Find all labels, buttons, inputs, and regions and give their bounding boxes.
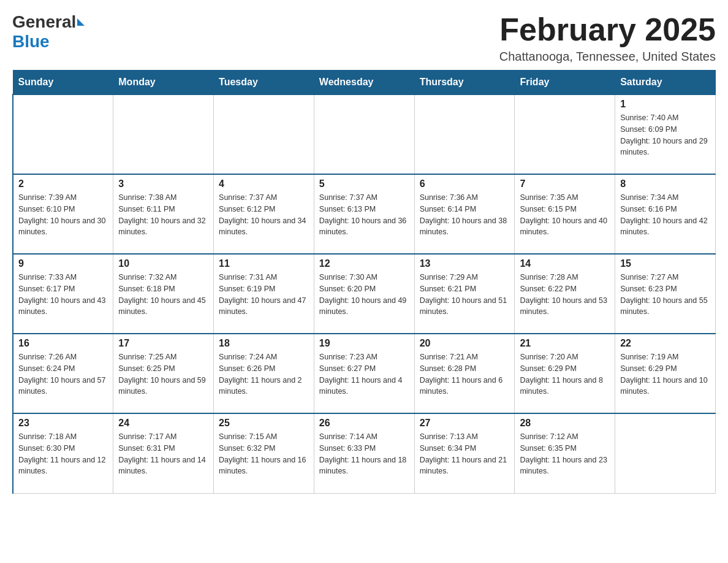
calendar-cell-w1-d6: [515, 94, 615, 174]
header-wednesday: Wednesday: [314, 71, 414, 95]
header-sunday: Sunday: [13, 71, 113, 95]
day-info: Sunrise: 7:13 AMSunset: 6:34 PMDaylight:…: [420, 431, 510, 477]
logo-blue-text: Blue: [12, 32, 50, 52]
day-number: 11: [219, 258, 309, 269]
logo-general-text: General: [12, 12, 76, 32]
day-info: Sunrise: 7:29 AMSunset: 6:21 PMDaylight:…: [420, 272, 510, 318]
header-row: Sunday Monday Tuesday Wednesday Thursday…: [13, 71, 716, 95]
calendar-cell-w1-d4: [314, 94, 414, 174]
calendar-cell-w5-d4: 26Sunrise: 7:14 AMSunset: 6:33 PMDayligh…: [314, 413, 414, 493]
day-number: 19: [319, 338, 409, 349]
day-info: Sunrise: 7:14 AMSunset: 6:33 PMDaylight:…: [319, 431, 409, 477]
day-info: Sunrise: 7:23 AMSunset: 6:27 PMDaylight:…: [319, 351, 409, 397]
day-info: Sunrise: 7:25 AMSunset: 6:25 PMDaylight:…: [118, 351, 208, 397]
header-tuesday: Tuesday: [214, 71, 314, 95]
day-info: Sunrise: 7:33 AMSunset: 6:17 PMDaylight:…: [18, 272, 108, 318]
calendar-cell-w2-d2: 3Sunrise: 7:38 AMSunset: 6:11 PMDaylight…: [113, 174, 214, 254]
header-saturday: Saturday: [615, 71, 716, 95]
day-number: 2: [18, 178, 108, 190]
day-info: Sunrise: 7:26 AMSunset: 6:24 PMDaylight:…: [18, 351, 108, 397]
calendar-cell-w3-d3: 11Sunrise: 7:31 AMSunset: 6:19 PMDayligh…: [214, 254, 314, 334]
calendar-cell-w2-d5: 6Sunrise: 7:36 AMSunset: 6:14 PMDaylight…: [414, 174, 515, 254]
week-row-1: 1Sunrise: 7:40 AMSunset: 6:09 PMDaylight…: [13, 94, 716, 174]
day-number: 16: [18, 338, 108, 349]
calendar-cell-w1-d3: [214, 94, 314, 174]
calendar-cell-w4-d7: 22Sunrise: 7:19 AMSunset: 6:29 PMDayligh…: [615, 334, 716, 413]
calendar-cell-w2-d3: 4Sunrise: 7:37 AMSunset: 6:12 PMDaylight…: [214, 174, 314, 254]
title-area: February 2025 Chattanooga, Tennessee, Un…: [499, 12, 716, 64]
calendar-cell-w5-d6: 28Sunrise: 7:12 AMSunset: 6:35 PMDayligh…: [515, 413, 615, 493]
calendar-cell-w3-d6: 14Sunrise: 7:28 AMSunset: 6:22 PMDayligh…: [515, 254, 615, 334]
day-number: 3: [118, 178, 208, 190]
day-number: 28: [520, 418, 610, 429]
day-info: Sunrise: 7:15 AMSunset: 6:32 PMDaylight:…: [219, 431, 309, 477]
calendar-table: Sunday Monday Tuesday Wednesday Thursday…: [12, 70, 716, 494]
day-info: Sunrise: 7:32 AMSunset: 6:18 PMDaylight:…: [118, 272, 208, 318]
day-number: 1: [620, 99, 710, 110]
calendar-cell-w3-d2: 10Sunrise: 7:32 AMSunset: 6:18 PMDayligh…: [113, 254, 214, 334]
calendar-title: February 2025: [499, 12, 716, 47]
calendar-cell-w2-d6: 7Sunrise: 7:35 AMSunset: 6:15 PMDaylight…: [515, 174, 615, 254]
day-number: 22: [620, 338, 710, 349]
calendar-cell-w1-d1: [13, 94, 113, 174]
calendar-cell-w4-d6: 21Sunrise: 7:20 AMSunset: 6:29 PMDayligh…: [515, 334, 615, 413]
calendar-cell-w4-d1: 16Sunrise: 7:26 AMSunset: 6:24 PMDayligh…: [13, 334, 113, 413]
day-info: Sunrise: 7:38 AMSunset: 6:11 PMDaylight:…: [118, 192, 208, 238]
header-friday: Friday: [515, 71, 615, 95]
day-number: 10: [118, 258, 208, 269]
header: General Blue February 2025 Chattanooga, …: [12, 12, 716, 64]
day-info: Sunrise: 7:17 AMSunset: 6:31 PMDaylight:…: [118, 431, 208, 477]
calendar-cell-w5-d2: 24Sunrise: 7:17 AMSunset: 6:31 PMDayligh…: [113, 413, 214, 493]
day-number: 12: [319, 258, 409, 269]
day-info: Sunrise: 7:35 AMSunset: 6:15 PMDaylight:…: [520, 192, 610, 238]
day-info: Sunrise: 7:36 AMSunset: 6:14 PMDaylight:…: [420, 192, 510, 238]
day-info: Sunrise: 7:31 AMSunset: 6:19 PMDaylight:…: [219, 272, 309, 318]
day-number: 14: [520, 258, 610, 269]
day-number: 5: [319, 178, 409, 190]
day-number: 9: [18, 258, 108, 269]
week-row-4: 16Sunrise: 7:26 AMSunset: 6:24 PMDayligh…: [13, 334, 716, 413]
header-thursday: Thursday: [414, 71, 515, 95]
day-info: Sunrise: 7:27 AMSunset: 6:23 PMDaylight:…: [620, 272, 710, 318]
logo: General Blue: [12, 12, 85, 52]
day-info: Sunrise: 7:19 AMSunset: 6:29 PMDaylight:…: [620, 351, 710, 397]
day-number: 8: [620, 178, 710, 190]
day-number: 26: [319, 418, 409, 429]
calendar-cell-w4-d2: 17Sunrise: 7:25 AMSunset: 6:25 PMDayligh…: [113, 334, 214, 413]
day-number: 17: [118, 338, 208, 349]
calendar-cell-w4-d3: 18Sunrise: 7:24 AMSunset: 6:26 PMDayligh…: [214, 334, 314, 413]
day-number: 21: [520, 338, 610, 349]
day-info: Sunrise: 7:20 AMSunset: 6:29 PMDaylight:…: [520, 351, 610, 397]
day-number: 20: [420, 338, 510, 349]
day-info: Sunrise: 7:39 AMSunset: 6:10 PMDaylight:…: [18, 192, 108, 238]
day-number: 4: [219, 178, 309, 190]
day-number: 24: [118, 418, 208, 429]
week-row-2: 2Sunrise: 7:39 AMSunset: 6:10 PMDaylight…: [13, 174, 716, 254]
calendar-cell-w5-d5: 27Sunrise: 7:13 AMSunset: 6:34 PMDayligh…: [414, 413, 515, 493]
day-info: Sunrise: 7:28 AMSunset: 6:22 PMDaylight:…: [520, 272, 610, 318]
calendar-cell-w2-d1: 2Sunrise: 7:39 AMSunset: 6:10 PMDaylight…: [13, 174, 113, 254]
day-info: Sunrise: 7:40 AMSunset: 6:09 PMDaylight:…: [620, 112, 710, 158]
calendar-cell-w5-d1: 23Sunrise: 7:18 AMSunset: 6:30 PMDayligh…: [13, 413, 113, 493]
calendar-cell-w2-d4: 5Sunrise: 7:37 AMSunset: 6:13 PMDaylight…: [314, 174, 414, 254]
day-info: Sunrise: 7:34 AMSunset: 6:16 PMDaylight:…: [620, 192, 710, 238]
calendar-cell-w2-d7: 8Sunrise: 7:34 AMSunset: 6:16 PMDaylight…: [615, 174, 716, 254]
day-info: Sunrise: 7:12 AMSunset: 6:35 PMDaylight:…: [520, 431, 610, 477]
calendar-cell-w3-d4: 12Sunrise: 7:30 AMSunset: 6:20 PMDayligh…: [314, 254, 414, 334]
day-number: 6: [420, 178, 510, 190]
day-number: 25: [219, 418, 309, 429]
day-number: 27: [420, 418, 510, 429]
calendar-cell-w1-d5: [414, 94, 515, 174]
calendar-cell-w3-d5: 13Sunrise: 7:29 AMSunset: 6:21 PMDayligh…: [414, 254, 515, 334]
day-number: 13: [420, 258, 510, 269]
calendar-cell-w5-d7: [615, 413, 716, 493]
calendar-cell-w1-d7: 1Sunrise: 7:40 AMSunset: 6:09 PMDaylight…: [615, 94, 716, 174]
day-info: Sunrise: 7:18 AMSunset: 6:30 PMDaylight:…: [18, 431, 108, 477]
calendar-subtitle: Chattanooga, Tennessee, United States: [499, 50, 716, 64]
logo-arrow-icon: [77, 18, 85, 26]
day-number: 23: [18, 418, 108, 429]
calendar-cell-w3-d1: 9Sunrise: 7:33 AMSunset: 6:17 PMDaylight…: [13, 254, 113, 334]
day-info: Sunrise: 7:24 AMSunset: 6:26 PMDaylight:…: [219, 351, 309, 397]
week-row-3: 9Sunrise: 7:33 AMSunset: 6:17 PMDaylight…: [13, 254, 716, 334]
day-number: 18: [219, 338, 309, 349]
